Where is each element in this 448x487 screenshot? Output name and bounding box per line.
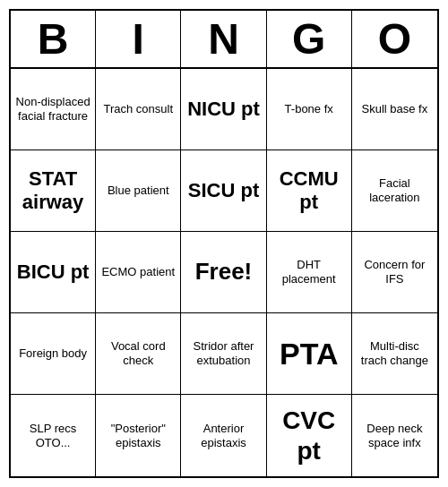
bingo-cell-8: CCMU pt <box>267 150 352 232</box>
bingo-cell-6: Blue patient <box>96 150 181 232</box>
bingo-grid: Non-displaced facial fractureTrach consu… <box>11 69 437 476</box>
bingo-cell-16: Vocal cord check <box>96 313 181 395</box>
bingo-cell-15: Foreign body <box>11 313 96 395</box>
bingo-letter-g: G <box>267 11 352 67</box>
bingo-cell-24: Deep neck space infx <box>352 395 437 476</box>
bingo-cell-7: SICU pt <box>181 150 266 232</box>
bingo-letter-b: B <box>11 11 96 67</box>
bingo-cell-4: Skull base fx <box>352 69 437 150</box>
bingo-cell-5: STAT airway <box>11 150 96 232</box>
bingo-letter-i: I <box>96 11 181 67</box>
bingo-cell-18: PTA <box>267 313 352 395</box>
bingo-cell-9: Facial laceration <box>352 150 437 232</box>
bingo-cell-0: Non-displaced facial fracture <box>11 69 96 150</box>
bingo-cell-14: Concern for IFS <box>352 232 437 313</box>
bingo-cell-13: DHT placement <box>267 232 352 313</box>
bingo-cell-1: Trach consult <box>96 69 181 150</box>
bingo-cell-22: Anterior epistaxis <box>181 395 266 476</box>
bingo-cell-17: Stridor after extubation <box>181 313 266 395</box>
bingo-cell-20: SLP recs OTO... <box>11 395 96 476</box>
bingo-cell-19: Multi-disc trach change <box>352 313 437 395</box>
bingo-cell-3: T-bone fx <box>267 69 352 150</box>
bingo-cell-12: Free! <box>181 232 266 313</box>
bingo-cell-10: BICU pt <box>11 232 96 313</box>
bingo-letter-o: O <box>352 11 437 67</box>
bingo-letter-n: N <box>181 11 266 67</box>
bingo-card: BINGO Non-displaced facial fractureTrach… <box>9 9 439 478</box>
bingo-header: BINGO <box>11 11 437 69</box>
bingo-cell-2: NICU pt <box>181 69 266 150</box>
bingo-cell-21: "Posterior" epistaxis <box>96 395 181 476</box>
bingo-cell-11: ECMO patient <box>96 232 181 313</box>
bingo-cell-23: CVC pt <box>267 395 352 476</box>
